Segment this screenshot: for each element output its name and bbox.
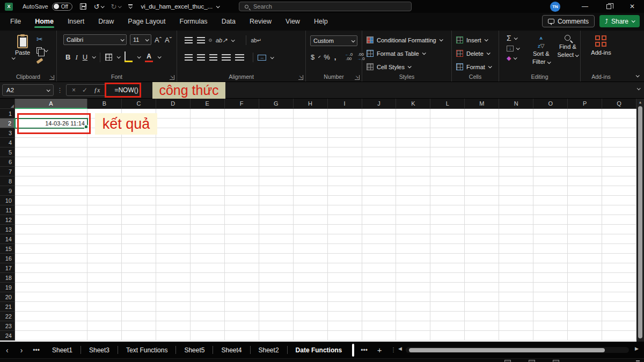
- align-right-button[interactable]: [209, 54, 217, 61]
- cell-J18[interactable]: [362, 273, 397, 283]
- cell-Q15[interactable]: [602, 244, 636, 254]
- sheet-tab-sheet5[interactable]: Sheet5: [176, 342, 213, 358]
- cell-J1[interactable]: [362, 109, 397, 119]
- cell-G20[interactable]: [259, 292, 294, 302]
- borders-button[interactable]: [105, 54, 112, 61]
- cell-F22[interactable]: [225, 312, 259, 321]
- cell-O7[interactable]: [533, 167, 568, 176]
- cell-M17[interactable]: [465, 263, 499, 273]
- cell-F11[interactable]: [225, 205, 259, 215]
- cell-N18[interactable]: [499, 273, 533, 283]
- row-header-1[interactable]: 1: [0, 109, 15, 119]
- cell-K12[interactable]: [396, 215, 430, 225]
- column-header-B[interactable]: B: [87, 99, 122, 109]
- cell-Q3[interactable]: [602, 128, 636, 138]
- cell-K15[interactable]: [396, 244, 430, 254]
- cell-G18[interactable]: [259, 273, 294, 283]
- cell-N7[interactable]: [499, 167, 533, 176]
- cell-O1[interactable]: [533, 109, 568, 119]
- cell-P12[interactable]: [568, 215, 602, 225]
- format-cells-button[interactable]: Format: [456, 60, 499, 73]
- cell-E17[interactable]: [191, 263, 225, 273]
- cell-J3[interactable]: [362, 128, 397, 138]
- row-header-14[interactable]: 14: [0, 234, 15, 244]
- cell-Q24[interactable]: [602, 331, 636, 341]
- cell-F2[interactable]: [225, 119, 259, 128]
- cell-J12[interactable]: [362, 215, 397, 225]
- cell-M18[interactable]: [465, 273, 499, 283]
- conditional-formatting-button[interactable]: Conditional Formatting: [367, 33, 451, 47]
- increase-decimal-button[interactable]: ←.0.00: [345, 53, 353, 61]
- cell-Q1[interactable]: [602, 109, 636, 119]
- cell-E3[interactable]: [191, 128, 225, 138]
- cell-B8[interactable]: [87, 176, 122, 186]
- comma-style-button[interactable]: ,: [334, 53, 336, 61]
- ribbon-tab-help[interactable]: Help: [307, 14, 335, 29]
- cell-F21[interactable]: [225, 302, 259, 312]
- tab-split-handle[interactable]: [352, 344, 354, 357]
- cell-K5[interactable]: [396, 147, 430, 157]
- cell-O21[interactable]: [533, 302, 568, 312]
- cell-O12[interactable]: [533, 215, 568, 225]
- redo-button[interactable]: ↻: [111, 3, 121, 11]
- cell-E21[interactable]: [191, 302, 225, 312]
- cell-O3[interactable]: [533, 128, 568, 138]
- cell-E22[interactable]: [191, 312, 225, 321]
- cell-G11[interactable]: [259, 205, 294, 215]
- cell-E2[interactable]: [191, 119, 225, 128]
- cell-N14[interactable]: [499, 234, 533, 244]
- cell-J24[interactable]: [362, 331, 397, 341]
- cell-M22[interactable]: [465, 312, 499, 321]
- cell-L8[interactable]: [430, 176, 465, 186]
- cell-J16[interactable]: [362, 254, 397, 263]
- more-sheets-button[interactable]: •••: [356, 346, 372, 354]
- cell-J15[interactable]: [362, 244, 397, 254]
- cell-P24[interactable]: [568, 331, 602, 341]
- cell-E8[interactable]: [191, 176, 225, 186]
- cell-A16[interactable]: [15, 254, 87, 263]
- cell-Q16[interactable]: [602, 254, 636, 263]
- cell-H10[interactable]: [294, 196, 328, 205]
- fill-button[interactable]: ↓: [507, 46, 519, 51]
- cell-D18[interactable]: [156, 273, 191, 283]
- cell-A24[interactable]: [15, 331, 87, 341]
- cell-G15[interactable]: [259, 244, 294, 254]
- cell-N15[interactable]: [499, 244, 533, 254]
- cell-P8[interactable]: [568, 176, 602, 186]
- sheet-tab-sheet4[interactable]: Sheet4: [213, 342, 250, 358]
- cell-G22[interactable]: [259, 312, 294, 321]
- cell-D1[interactable]: [156, 109, 191, 119]
- cell-F18[interactable]: [225, 273, 259, 283]
- cell-A21[interactable]: [15, 302, 87, 312]
- all-sheets-button[interactable]: •••: [28, 346, 44, 354]
- cell-O18[interactable]: [533, 273, 568, 283]
- cell-styles-button[interactable]: Cell Styles: [367, 60, 451, 73]
- horizontal-scroll-thumb[interactable]: [409, 348, 605, 352]
- cell-J17[interactable]: [362, 263, 397, 273]
- cell-I9[interactable]: [328, 186, 362, 196]
- italic-button[interactable]: I: [75, 53, 77, 62]
- cell-N24[interactable]: [499, 331, 533, 341]
- row-header-5[interactable]: 5: [0, 147, 15, 157]
- cell-N17[interactable]: [499, 263, 533, 273]
- cell-H15[interactable]: [294, 244, 328, 254]
- cell-N21[interactable]: [499, 302, 533, 312]
- cell-O23[interactable]: [533, 321, 568, 331]
- cell-C17[interactable]: [122, 263, 156, 273]
- cell-B20[interactable]: [87, 292, 122, 302]
- cell-D22[interactable]: [156, 312, 191, 321]
- cell-N4[interactable]: [499, 138, 533, 147]
- cell-M12[interactable]: [465, 215, 499, 225]
- cell-O4[interactable]: [533, 138, 568, 147]
- cell-I3[interactable]: [328, 128, 362, 138]
- cell-N2[interactable]: [499, 119, 533, 128]
- cell-G6[interactable]: [259, 157, 294, 167]
- cell-J19[interactable]: [362, 283, 397, 292]
- cell-H8[interactable]: [294, 176, 328, 186]
- cell-N8[interactable]: [499, 176, 533, 186]
- cell-O14[interactable]: [533, 234, 568, 244]
- cell-A7[interactable]: [15, 167, 87, 176]
- row-header-23[interactable]: 23: [0, 321, 15, 331]
- select-all-button[interactable]: [0, 99, 15, 109]
- alignment-dialog-launcher[interactable]: ↘: [298, 75, 303, 80]
